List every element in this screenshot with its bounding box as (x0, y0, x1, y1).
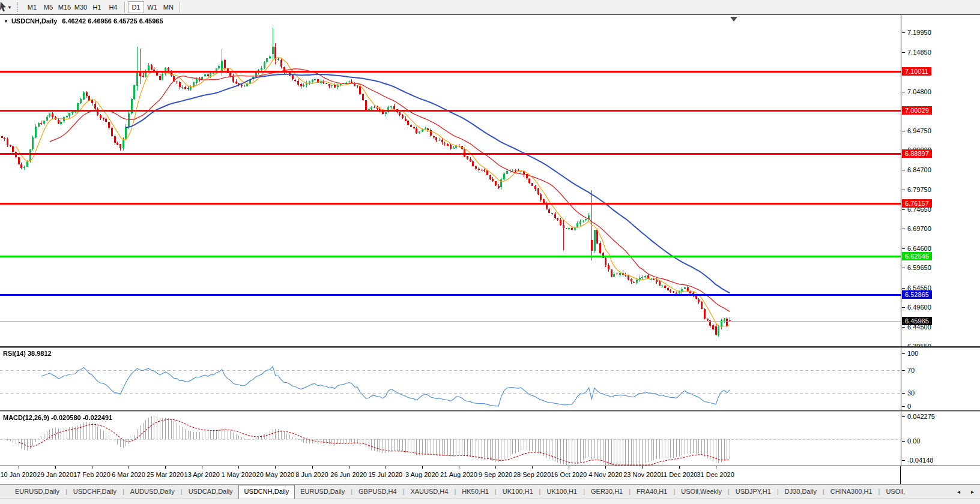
rsi-tick: 100 (902, 349, 918, 358)
timeframe-button-m1[interactable]: M1 (24, 1, 40, 13)
chart-ohlc-values: 6.46242 6.46956 6.45725 6.45965 (62, 17, 163, 25)
window-bottom-edge (0, 499, 980, 504)
rsi-canvas[interactable] (0, 348, 901, 410)
main-chart-canvas[interactable] (0, 15, 901, 346)
chart-tab-china300-h1[interactable]: CHINA300,H1 (825, 485, 878, 499)
price-tick: 6.84700 (902, 166, 931, 174)
rsi-scale[interactable]: 10070300 (901, 348, 980, 410)
rsi-panel: RSI(14) 38.9812 10070300 (0, 348, 980, 410)
timeframe-button-m30[interactable]: M30 (73, 1, 89, 13)
chart-tab-uk100-h1[interactable]: UK100,H1 (541, 485, 582, 499)
price-tick: 6.69700 (902, 224, 931, 233)
hline-price-label: 7.10011 (902, 67, 931, 76)
toolbar-separator (180, 2, 180, 13)
chart-tab-hk50-h1[interactable]: HK50,H1 (456, 485, 494, 499)
rsi-tick: 70 (902, 366, 915, 374)
chart-tab-usoil-weekly[interactable]: USOil,Weekly (676, 485, 727, 499)
hline-price-label: 6.62646 (902, 252, 932, 260)
chart-tab-xauusd-h4[interactable]: XAUUSD,H4 (405, 485, 453, 499)
chart-tabs: EURUSD,Daily|USDCHF,Daily|AUDUSD,Daily|U… (0, 485, 955, 499)
timeframe-button-w1[interactable]: W1 (144, 1, 160, 13)
chart-tab-usoil-[interactable]: USOil, (880, 485, 910, 499)
chart-tab-usdchf-daily[interactable]: USDCHF,Daily (68, 485, 122, 499)
price-tick: 7.19950 (902, 28, 931, 37)
price-tick: 6.94750 (902, 127, 931, 135)
macd-scale[interactable]: 0.0422750.00-0.04148 (901, 412, 980, 466)
mt4-window: ▼ M1M5M15M30H1H4D1W1MN ▼USDCNH,Daily6.46… (0, 0, 980, 504)
price-tick: 7.14850 (902, 48, 931, 56)
date-tick (422, 466, 423, 469)
price-tick: 6.49600 (902, 303, 931, 311)
price-tick: 6.59650 (902, 263, 931, 272)
cursor-tool-icon[interactable] (0, 2, 6, 13)
tab-scroll-left-icon[interactable]: ◂ (957, 488, 960, 495)
chart-tab-usdcad-daily[interactable]: USDCAD,Daily (183, 485, 238, 499)
hline-price-label: 6.88897 (902, 149, 932, 158)
main-chart-panel: ▼USDCNH,Daily6.46242 6.46956 6.45725 6.4… (0, 15, 980, 346)
date-tick (532, 466, 533, 469)
chart-tab-uk100-h1[interactable]: UK100,H1 (497, 485, 539, 499)
date-tick (202, 466, 202, 469)
toolbar-separator (124, 2, 125, 13)
macd-tick: 0.00 (902, 437, 920, 445)
date-tick (569, 466, 569, 469)
chart-tab-fra40-h1[interactable]: FRA40,H1 (631, 485, 673, 499)
price-tick: 7.04800 (902, 88, 931, 96)
date-tick (642, 466, 643, 469)
timeframe-button-m15[interactable]: M15 (56, 1, 73, 13)
chart-symbol-period: USDCNH,Daily (11, 17, 57, 25)
chart-tab-eurusd-daily[interactable]: EURUSD,Daily (10, 485, 65, 499)
timeframe-button-mn[interactable]: MN (160, 1, 177, 13)
chart-title: ▼USDCNH,Daily6.46242 6.46956 6.45725 6.4… (4, 17, 163, 25)
date-tick (495, 466, 496, 469)
chart-tab-bar: EURUSD,Daily|USDCHF,Daily|AUDUSD,Daily|U… (0, 484, 980, 499)
chart-tab-audusd-daily[interactable]: AUDUSD,Daily (125, 485, 180, 499)
chart-tab-ger30-h1[interactable]: GER30,H1 (585, 485, 628, 499)
macd-canvas[interactable] (0, 412, 901, 466)
chart-tab-usdcnh-daily[interactable]: USDCNH,Daily (238, 485, 295, 499)
date-tick (55, 466, 56, 469)
chart-shift-marker[interactable] (730, 17, 737, 22)
price-tick: 6.79750 (902, 185, 931, 194)
date-axis[interactable]: 10 Jan 202029 Jan 202017 Feb 20206 Mar 2… (0, 466, 980, 484)
price-tick: 6.39550 (902, 342, 931, 346)
toolbar-grip-handle[interactable] (17, 2, 19, 12)
macd-label: MACD(12,26,9) -0.020580 -0.022491 (3, 414, 112, 421)
date-tick (459, 466, 459, 469)
date-tick (129, 466, 129, 469)
date-label: 31 Dec 2020 (691, 471, 741, 478)
dropdown-caret-icon[interactable]: ▼ (7, 5, 12, 10)
chart-tab-usdjpy-h1[interactable]: USDJPY,H1 (730, 485, 776, 499)
rsi-tick: 30 (902, 389, 915, 397)
date-tick (349, 466, 349, 469)
timeframe-button-h1[interactable]: H1 (89, 1, 105, 13)
chart-menu-caret-icon[interactable]: ▼ (4, 19, 8, 24)
date-tick (275, 466, 276, 469)
tab-scroll-right-icon[interactable]: ▸ (971, 488, 974, 495)
macd-panel: MACD(12,26,9) -0.020580 -0.022491 0.0422… (0, 412, 980, 466)
date-tick (312, 466, 313, 469)
chart-tab-eurusd-daily[interactable]: EURUSD,Daily (295, 485, 350, 499)
current-price-label: 6.45965 (902, 317, 932, 325)
hline-price-label: 6.52865 (902, 290, 932, 299)
date-tick (386, 466, 386, 469)
rsi-label: RSI(14) 38.9812 (3, 350, 52, 357)
timeframe-toolbar: ▼ M1M5M15M30H1H4D1W1MN (0, 0, 980, 15)
hline-price-label: 7.00029 (902, 106, 932, 115)
date-tick (605, 466, 606, 469)
rsi-tick: 0 (902, 402, 911, 410)
hline-price-label: 6.76157 (902, 199, 932, 208)
date-tick (679, 466, 680, 469)
timeframe-button-d1[interactable]: D1 (128, 1, 144, 13)
timeframe-button-h4[interactable]: H4 (105, 1, 121, 13)
date-tick (165, 466, 166, 469)
chart-tab-gbpusd-h4[interactable]: GBPUSD,H4 (353, 485, 402, 499)
date-tick (238, 466, 239, 469)
timeframe-button-m5[interactable]: M5 (40, 1, 56, 13)
tab-scroll-arrows: ◂ ▸ (955, 485, 980, 499)
macd-tick: -0.04148 (902, 456, 933, 464)
date-tick (716, 466, 716, 469)
main-price-scale[interactable]: 7.199507.148507.099007.048006.998006.947… (901, 15, 980, 346)
chart-tab-dj30-daily[interactable]: DJ30,Daily (779, 485, 822, 499)
macd-tick: 0.042275 (902, 412, 935, 421)
